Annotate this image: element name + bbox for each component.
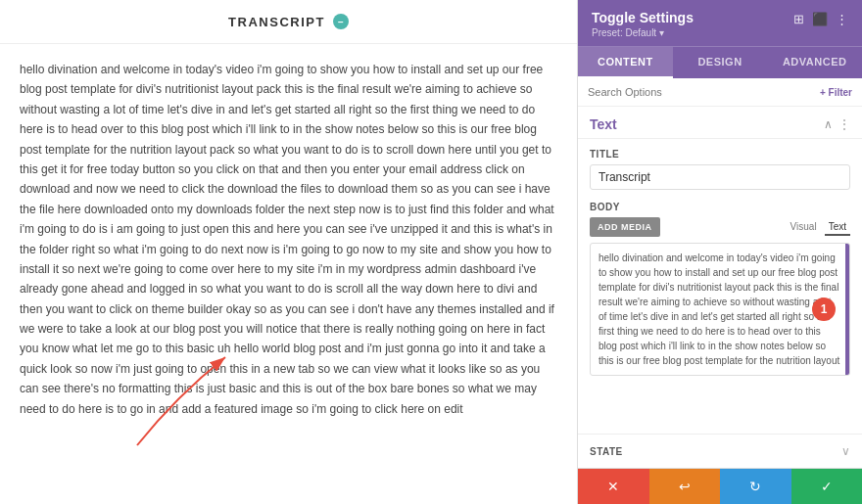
title-field-label: Title: [590, 149, 850, 160]
grid-icon[interactable]: ⊞: [793, 12, 804, 26]
confirm-button[interactable]: ✓: [791, 469, 863, 504]
add-media-button[interactable]: ADD MEDIA: [590, 217, 660, 237]
settings-preset[interactable]: Preset: Default ▾: [592, 27, 694, 38]
content-area: Title Body ADD MEDIA Visual Text hello d…: [578, 139, 862, 434]
media-toolbar: ADD MEDIA Visual Text: [590, 217, 850, 237]
search-filter-row: + Filter: [578, 78, 862, 107]
body-field-label: Body: [590, 202, 850, 212]
transcript-text: hello divination and welcome in today's …: [20, 60, 557, 419]
redo-button[interactable]: ↻: [720, 469, 791, 504]
settings-panel: Toggle Settings Preset: Default ▾ ⊞ ⬛ ⋮ …: [578, 0, 862, 504]
search-input[interactable]: [588, 86, 814, 98]
close-button[interactable]: ✕: [578, 469, 649, 504]
visual-tab[interactable]: Visual: [787, 219, 821, 236]
text-tab[interactable]: Text: [825, 219, 850, 236]
tab-advanced[interactable]: Advanced: [767, 47, 862, 78]
transcript-body: hello divination and welcome in today's …: [0, 44, 577, 504]
transcript-title: TRANSCRIPT: [228, 15, 325, 29]
state-row[interactable]: State ∨: [578, 434, 862, 468]
transcript-header: TRANSCRIPT −: [0, 0, 577, 44]
text-section-header: Text ∧ ⋮: [578, 107, 862, 139]
title-input[interactable]: [590, 164, 850, 190]
body-text-content: hello divination and welcome in today's …: [599, 252, 839, 366]
settings-tabs: Content Design Advanced: [578, 46, 862, 78]
text-section-title: Text: [590, 116, 617, 132]
section-options-btn[interactable]: ⋮: [838, 117, 850, 131]
layout-icon[interactable]: ⬛: [812, 12, 828, 26]
undo-button[interactable]: ↩: [649, 469, 721, 504]
tab-design[interactable]: Design: [673, 47, 768, 78]
annotation-badge-1: 1: [812, 298, 836, 321]
filter-button[interactable]: + Filter: [820, 87, 852, 98]
section-collapse-btn[interactable]: ∧: [824, 117, 833, 131]
transcript-collapse-icon[interactable]: −: [333, 14, 349, 29]
bottom-toolbar: ✕ ↩ ↻ ✓: [578, 468, 862, 504]
tab-content[interactable]: Content: [578, 47, 673, 78]
scroll-indicator: [845, 244, 849, 375]
more-options-icon[interactable]: ⋮: [836, 12, 848, 26]
body-text-area[interactable]: hello divination and welcome in today's …: [590, 243, 850, 376]
settings-title: Toggle Settings: [592, 10, 694, 25]
settings-header: Toggle Settings Preset: Default ▾ ⊞ ⬛ ⋮: [578, 0, 862, 46]
state-chevron-icon: ∨: [841, 444, 850, 458]
state-label: State: [590, 446, 623, 457]
